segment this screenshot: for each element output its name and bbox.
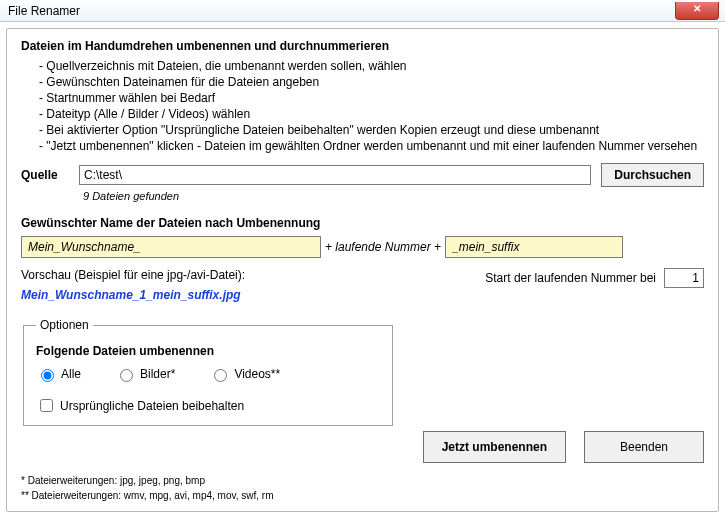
instructions-heading: Dateien im Handumdrehen umbenennen und d… bbox=[21, 39, 704, 53]
prefix-input[interactable] bbox=[21, 236, 321, 258]
suffix-input[interactable] bbox=[445, 236, 623, 258]
radio-all-input[interactable] bbox=[41, 369, 54, 382]
options-subheading: Folgende Dateien umbenennen bbox=[36, 344, 380, 358]
footnote-images: * Dateierweiterungen: jpg, jpeg, png, bm… bbox=[21, 473, 274, 488]
instruction-item: Dateityp (Alle / Bilder / Videos) wählen bbox=[39, 107, 704, 121]
radio-videos[interactable]: Videos** bbox=[209, 366, 280, 382]
keep-original-label: Ursprüngliche Dateien beibehalten bbox=[60, 399, 244, 413]
radio-images-input[interactable] bbox=[120, 369, 133, 382]
radio-videos-input[interactable] bbox=[214, 369, 227, 382]
footnote-videos: ** Dateierweiterungen: wmv, mpg, avi, mp… bbox=[21, 488, 274, 503]
join-text: + laufende Nummer + bbox=[325, 240, 441, 254]
instruction-item: "Jetzt umbenennen" klicken - Dateien im … bbox=[39, 139, 704, 153]
keep-original-input[interactable] bbox=[40, 399, 53, 412]
preview-value: Mein_Wunschname_1_mein_suffix.jpg bbox=[21, 288, 245, 302]
start-number-label: Start der laufenden Nummer bei bbox=[485, 271, 656, 285]
options-legend: Optionen bbox=[36, 318, 93, 332]
radio-all-label: Alle bbox=[61, 367, 81, 381]
rename-button[interactable]: Jetzt umbenennen bbox=[423, 431, 566, 463]
options-group: Optionen Folgende Dateien umbenennen All… bbox=[23, 318, 393, 426]
window-titlebar: File Renamer ✕ bbox=[0, 0, 725, 22]
radio-videos-label: Videos** bbox=[234, 367, 280, 381]
window-close-button[interactable]: ✕ bbox=[675, 2, 719, 20]
keep-original-checkbox[interactable]: Ursprüngliche Dateien beibehalten bbox=[36, 396, 380, 415]
instruction-item: Bei aktivierter Option "Ursprüngliche Da… bbox=[39, 123, 704, 137]
preview-label: Vorschau (Beispiel für eine jpg-/avi-Dat… bbox=[21, 268, 245, 282]
files-found-text: 9 Dateien gefunden bbox=[83, 190, 704, 202]
instruction-item: Gewünschten Dateinamen für die Dateien a… bbox=[39, 75, 704, 89]
start-number-input[interactable] bbox=[664, 268, 704, 288]
source-label: Quelle bbox=[21, 168, 69, 182]
exit-button[interactable]: Beenden bbox=[584, 431, 704, 463]
instructions-list: Quellverzeichnis mit Dateien, die umbena… bbox=[39, 59, 704, 153]
footnotes: * Dateierweiterungen: jpg, jpeg, png, bm… bbox=[21, 473, 274, 503]
radio-all[interactable]: Alle bbox=[36, 366, 81, 382]
source-path-input[interactable] bbox=[79, 165, 591, 185]
instruction-item: Startnummer wählen bei Bedarf bbox=[39, 91, 704, 105]
instruction-item: Quellverzeichnis mit Dateien, die umbena… bbox=[39, 59, 704, 73]
radio-images[interactable]: Bilder* bbox=[115, 366, 175, 382]
window-title: File Renamer bbox=[8, 4, 80, 18]
browse-button[interactable]: Durchsuchen bbox=[601, 163, 704, 187]
naming-heading: Gewünschter Name der Dateien nach Umbene… bbox=[21, 216, 704, 230]
radio-images-label: Bilder* bbox=[140, 367, 175, 381]
main-panel: Dateien im Handumdrehen umbenennen und d… bbox=[6, 28, 719, 512]
